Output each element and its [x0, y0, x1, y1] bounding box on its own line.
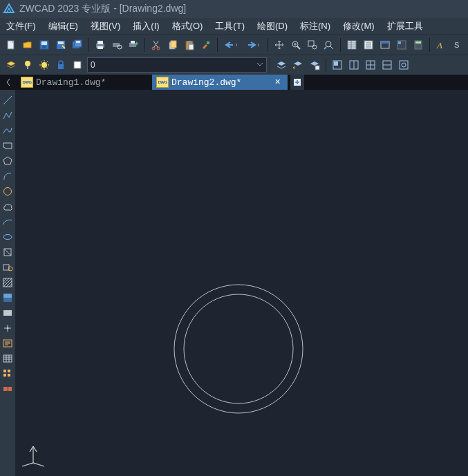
end-tools-icon[interactable]: [1, 383, 14, 395]
svg-point-53: [3, 235, 12, 240]
drawing-object-donut[interactable]: [174, 285, 303, 413]
print-icon[interactable]: [93, 37, 108, 53]
arc-icon[interactable]: [1, 170, 14, 182]
gradient-icon[interactable]: [1, 292, 14, 304]
menu-dim[interactable]: 标注(N): [294, 18, 337, 35]
toolbar-standard: A S: [0, 35, 468, 55]
viewport-1-icon[interactable]: [330, 57, 345, 73]
document-tabs: Drawing1.dwg* Drawing2.dwg* ×: [0, 75, 468, 90]
svg-rect-66: [3, 374, 6, 377]
viewport-2-icon[interactable]: [346, 57, 362, 73]
properties-icon[interactable]: [344, 37, 359, 53]
tab-drawing2[interactable]: Drawing2.dwg* ×: [152, 75, 288, 90]
svg-rect-60: [3, 310, 12, 316]
spline-icon[interactable]: [1, 124, 14, 137]
copy-icon[interactable]: [165, 37, 180, 53]
more-icon[interactable]: S: [450, 37, 465, 53]
zoom-window-icon[interactable]: [305, 37, 320, 53]
saveall-icon[interactable]: [70, 37, 85, 53]
layer-state-icon[interactable]: [307, 57, 322, 73]
text-style-icon[interactable]: A: [433, 37, 449, 53]
menu-insert[interactable]: 插入(I): [127, 18, 165, 35]
menubar: 文件(F) 编辑(E) 视图(V) 插入(I) 格式(O) 工具(T) 绘图(D…: [0, 18, 468, 35]
svg-rect-49: [400, 61, 408, 69]
saveas-icon[interactable]: [53, 37, 68, 53]
pan-icon[interactable]: [272, 37, 287, 53]
paste-icon[interactable]: [182, 37, 197, 53]
menu-edit[interactable]: 编辑(E): [42, 18, 84, 35]
layer-combo[interactable]: 0: [87, 57, 267, 73]
svg-rect-39: [27, 66, 28, 69]
make-block-icon[interactable]: [1, 261, 14, 274]
svg-rect-11: [97, 46, 103, 49]
menu-draw[interactable]: 绘图(D): [251, 18, 294, 35]
layer-prop-icon[interactable]: [3, 57, 19, 73]
menu-ext[interactable]: 扩展工具: [381, 18, 429, 35]
layer-lock-icon[interactable]: [53, 57, 68, 73]
separator: [144, 38, 145, 52]
ellipse-arc-icon[interactable]: [1, 231, 14, 243]
ellipse-icon[interactable]: [1, 216, 14, 228]
polygon-icon[interactable]: [1, 155, 14, 167]
zoom-realtime-icon[interactable]: [288, 37, 303, 53]
rectangle-icon[interactable]: [1, 140, 14, 152]
cut-icon[interactable]: [149, 37, 164, 53]
zoom-prev-icon[interactable]: [321, 37, 337, 53]
hatch-icon[interactable]: [1, 276, 14, 289]
layer-on-icon[interactable]: [20, 57, 35, 73]
svg-text:A: A: [436, 40, 442, 50]
mtext-icon[interactable]: [1, 337, 14, 350]
tab-scroll-left-icon[interactable]: [3, 75, 14, 90]
line-icon[interactable]: [1, 94, 14, 106]
layer-freeze-icon[interactable]: [37, 57, 52, 73]
tool-palettes-icon[interactable]: [394, 37, 409, 53]
revcloud-icon[interactable]: [1, 200, 14, 213]
drawing-canvas[interactable]: [15, 90, 468, 476]
svg-rect-5: [58, 41, 64, 44]
close-tab-icon[interactable]: ×: [275, 77, 281, 87]
viewport-5-icon[interactable]: [396, 57, 411, 73]
svg-rect-59: [3, 294, 12, 298]
dwg-file-icon: [21, 77, 33, 88]
save-icon[interactable]: [37, 37, 52, 53]
svg-rect-22: [189, 44, 194, 50]
titlebar: ZWCAD 2023 专业版 - [Drawing2.dwg]: [0, 0, 468, 18]
circle-icon[interactable]: [1, 185, 14, 198]
table-icon[interactable]: [377, 37, 393, 53]
separator: [270, 58, 270, 72]
layer-iso-icon[interactable]: [274, 57, 289, 73]
calc-icon[interactable]: [411, 37, 426, 53]
viewport-3-icon[interactable]: [363, 57, 378, 73]
menu-tools[interactable]: 工具(T): [209, 18, 251, 35]
insert-block-icon[interactable]: [1, 246, 14, 258]
menu-modify[interactable]: 修改(M): [337, 18, 381, 35]
menu-view[interactable]: 视图(V): [84, 18, 127, 35]
menu-file[interactable]: 文件(F): [0, 18, 42, 35]
open-icon[interactable]: [20, 37, 35, 53]
new-icon[interactable]: [3, 37, 19, 53]
point-icon[interactable]: [1, 322, 14, 334]
tab-drawing1[interactable]: Drawing1.dwg*: [17, 75, 152, 90]
sheet-set-icon[interactable]: [361, 37, 376, 53]
menu-format[interactable]: 格式(O): [166, 18, 209, 35]
new-tab-button[interactable]: [290, 75, 304, 90]
layer-prev-icon[interactable]: [290, 57, 306, 73]
print-preview-icon[interactable]: [109, 37, 124, 53]
viewport-4-icon[interactable]: [380, 57, 395, 73]
polyline-icon[interactable]: [1, 109, 14, 122]
undo-icon[interactable]: [221, 37, 242, 53]
match-prop-icon[interactable]: [198, 37, 214, 53]
svg-rect-15: [131, 41, 135, 44]
publish-icon[interactable]: [126, 37, 141, 53]
svg-point-27: [326, 41, 331, 47]
svg-rect-19: [171, 41, 176, 48]
redo-icon[interactable]: [243, 37, 264, 53]
workspace: [0, 90, 468, 476]
svg-rect-67: [8, 374, 10, 377]
more-tools-icon[interactable]: [1, 368, 14, 380]
region-icon[interactable]: [1, 307, 14, 319]
app-logo: [3, 3, 15, 15]
ucs-icon: [22, 446, 44, 466]
layer-color-icon[interactable]: [70, 57, 85, 73]
table-draw-icon[interactable]: [1, 352, 14, 365]
